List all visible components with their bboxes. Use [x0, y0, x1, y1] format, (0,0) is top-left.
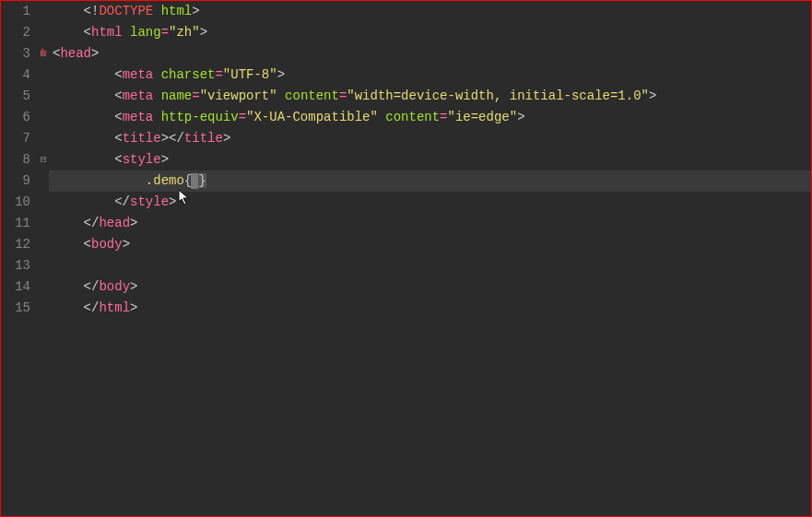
code-line[interactable]: </html> — [49, 298, 811, 319]
fold-marker — [38, 170, 49, 192]
line-number: 13 — [1, 255, 30, 276]
token-attr: content — [385, 110, 440, 124]
token-txt — [123, 25, 130, 40]
token-punct: < — [84, 25, 91, 40]
fold-marker — [38, 234, 49, 255]
code-line[interactable]: <!DOCTYPE html> — [49, 1, 811, 22]
token-tag: style — [123, 152, 161, 167]
token-punct: < — [114, 131, 122, 146]
fold-marker — [38, 255, 49, 276]
token-op: = — [215, 67, 222, 82]
code-line[interactable]: <html lang="zh"> — [49, 22, 811, 43]
token-tag: meta — [123, 110, 154, 124]
line-number: 4 — [1, 65, 30, 86]
fold-marker — [38, 86, 49, 107]
token-sel: .demo — [146, 173, 184, 188]
token-punct: > — [223, 131, 230, 146]
token-tag: head — [60, 46, 91, 61]
code-line[interactable] — [49, 255, 811, 276]
line-number: 9 — [1, 170, 30, 192]
fold-marker — [38, 298, 49, 319]
token-str: "zh" — [169, 25, 200, 40]
token-str: "viewport" — [200, 88, 277, 103]
token-punct: > — [200, 25, 207, 40]
fold-marker[interactable]: ⊟ — [38, 149, 49, 170]
code-area[interactable]: <!DOCTYPE html> <html lang="zh"><head> <… — [49, 1, 811, 516]
token-attr: lang — [130, 25, 161, 40]
token-punct: > — [517, 110, 524, 124]
token-punct: </ — [114, 194, 130, 209]
token-txt — [153, 110, 160, 124]
token-tag: body — [99, 279, 130, 294]
token-tag: html — [99, 300, 130, 315]
token-str: "UTF-8" — [223, 67, 277, 82]
token-punct: <! — [84, 4, 100, 18]
line-number: 6 — [1, 107, 30, 128]
token-attr: content — [285, 88, 339, 103]
fold-marker — [38, 276, 49, 298]
line-number: 5 — [1, 86, 30, 107]
token-punct: < — [114, 88, 122, 103]
line-number: 14 — [1, 276, 30, 298]
token-op: = — [440, 110, 447, 124]
token-str: "width=device-width, initial-scale=1.0" — [347, 88, 649, 103]
code-editor[interactable]: 123456789101112131415 ⊟⊟ <!DOCTYPE html>… — [1, 1, 811, 516]
fold-marker — [38, 22, 49, 43]
code-line[interactable]: </body> — [49, 276, 811, 298]
token-punct: </ — [84, 279, 100, 294]
token-tag: meta — [123, 88, 154, 103]
token-punct: < — [114, 152, 122, 167]
token-str: "X-UA-Compatible" — [246, 110, 378, 124]
token-tag: html — [91, 25, 123, 40]
token-punct: > — [130, 300, 137, 315]
token-txt — [153, 4, 160, 18]
line-number: 12 — [1, 234, 30, 255]
token-op: = — [239, 110, 246, 124]
token-attr: http-equiv — [161, 110, 239, 124]
code-line[interactable]: <body> — [49, 234, 811, 255]
token-punct: < — [114, 110, 122, 124]
token-str: "ie=edge" — [448, 110, 518, 124]
fold-marker — [38, 65, 49, 86]
code-line[interactable]: <style> — [49, 149, 811, 170]
code-line[interactable]: <meta charset="UTF-8"> — [49, 65, 811, 86]
line-number: 11 — [1, 213, 30, 234]
token-tag: style — [130, 194, 169, 209]
token-punct: < — [114, 67, 122, 82]
token-punct: > — [161, 152, 169, 167]
token-txt — [153, 67, 160, 82]
line-number: 1 — [1, 1, 30, 22]
token-punct: > — [649, 88, 656, 103]
gutter: 123456789101112131415 — [1, 1, 38, 516]
fold-marker — [38, 1, 49, 22]
token-punct: < — [84, 237, 91, 252]
token-punct: > — [277, 67, 285, 82]
fold-marker — [38, 107, 49, 128]
token-punct: ></ — [161, 131, 184, 146]
token-tag: meta — [123, 67, 154, 82]
token-punct: } — [198, 173, 206, 188]
line-number: 3 — [1, 43, 30, 65]
code-line[interactable]: </style> — [49, 192, 811, 213]
code-line[interactable]: <head> — [49, 43, 811, 65]
token-attr: charset — [161, 67, 216, 82]
code-line[interactable]: <title></title> — [49, 128, 811, 149]
token-punct: > — [91, 46, 99, 61]
token-op: = — [161, 25, 169, 40]
token-punct: > — [130, 216, 137, 230]
fold-marker — [38, 128, 49, 149]
breakpoint-marker-icon — [41, 48, 47, 57]
token-op: = — [192, 88, 199, 103]
token-bang: DOCTYPE — [99, 4, 153, 18]
token-attr: html — [161, 4, 193, 18]
token-tag: title — [184, 131, 223, 146]
code-line[interactable]: <meta http-equiv="X-UA-Compatible" conte… — [49, 107, 811, 128]
token-tag: title — [123, 131, 161, 146]
code-line[interactable]: </head> — [49, 213, 811, 234]
token-punct: </ — [84, 216, 100, 230]
fold-marker — [38, 213, 49, 234]
line-number: 7 — [1, 128, 30, 149]
code-line[interactable]: .demo{} — [49, 170, 811, 192]
code-line[interactable]: <meta name="viewport" content="width=dev… — [49, 86, 811, 107]
token-punct: > — [169, 194, 176, 209]
